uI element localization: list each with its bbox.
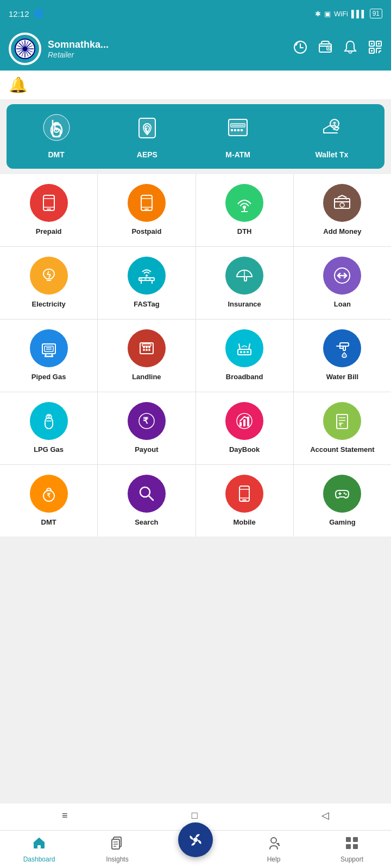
fastag-item[interactable]: FASTag [98, 247, 195, 319]
svg-rect-35 [241, 129, 243, 131]
piped-gas-label: Piped Gas [31, 373, 66, 382]
postpaid-label: Postpaid [131, 227, 161, 237]
nav-support[interactable]: Support [313, 836, 391, 863]
bluetooth-icon: ✱ [315, 10, 321, 18]
signal-icon: ▌▌▌ [351, 10, 367, 18]
water-bill-item[interactable]: Water Bill [294, 320, 391, 392]
account-statement-item[interactable]: ₹ Account Statement [294, 392, 391, 464]
dmt-icon: ₹ [43, 114, 70, 146]
help-label: Help [267, 856, 281, 863]
wallet-tx-label: Wallet Tx [315, 150, 348, 159]
svg-rect-62 [149, 278, 151, 280]
water-bill-icon [323, 329, 361, 367]
svg-rect-34 [237, 129, 239, 131]
nav-insights[interactable]: Insights [78, 836, 156, 863]
lpg-gas-item[interactable]: LPG Gas [0, 392, 97, 464]
svg-rect-69 [45, 346, 53, 352]
svg-point-81 [148, 349, 150, 351]
time: 12:12 [9, 9, 29, 18]
support-icon [345, 836, 359, 853]
system-home-icon[interactable]: □ [192, 810, 198, 821]
svg-line-110 [149, 496, 153, 500]
dmt-icon2: ₹ [30, 475, 68, 513]
svg-rect-40 [43, 195, 54, 210]
notification-bell-icon[interactable] [343, 40, 357, 58]
banner-matm[interactable]: M-ATM [224, 114, 251, 159]
dmt-label2: DMT [41, 518, 56, 527]
svg-rect-60 [140, 278, 142, 280]
broadband-icon [225, 329, 263, 367]
payout-label: Payout [135, 445, 158, 455]
svg-rect-18 [371, 43, 373, 44]
svg-point-65 [146, 275, 148, 277]
loan-item[interactable]: Loan [294, 247, 391, 319]
history-icon[interactable] [293, 40, 307, 58]
gaming-icon [323, 475, 361, 513]
system-menu-icon[interactable]: ≡ [62, 810, 68, 821]
payout-item[interactable]: ₹ Payout [98, 392, 195, 464]
svg-line-87 [239, 344, 240, 349]
aeps-label: AEPS [137, 150, 157, 159]
nav-help[interactable]: Help [235, 836, 313, 863]
postpaid-item[interactable]: Postpaid [98, 174, 195, 246]
svg-point-14 [328, 47, 330, 49]
landline-item[interactable]: Landline [98, 320, 195, 392]
user-role: Retailer [48, 50, 287, 59]
mobile-icon [225, 475, 263, 513]
svg-rect-20 [371, 50, 373, 52]
avatar [9, 33, 41, 65]
svg-point-86 [247, 351, 249, 353]
search-item[interactable]: Search [98, 465, 195, 537]
piped-gas-item[interactable]: Piped Gas [0, 320, 97, 392]
svg-rect-44 [141, 195, 152, 210]
mobile-item[interactable]: Mobile [196, 465, 293, 537]
svg-point-84 [240, 351, 242, 353]
banner-aeps[interactable]: AEPS [134, 114, 161, 159]
svg-point-48 [243, 206, 246, 209]
dth-item[interactable]: DTH [196, 174, 293, 246]
status-icons: ✱ ▣ WiFi ▌▌▌ 91 [315, 9, 382, 18]
svg-point-117 [344, 492, 345, 494]
svg-rect-19 [378, 43, 380, 44]
postpaid-icon [128, 184, 166, 222]
prepaid-item[interactable]: Prepaid [0, 174, 97, 246]
svg-rect-121 [37, 845, 41, 848]
wallet-icon[interactable] [318, 40, 332, 58]
insurance-item[interactable]: Insurance [196, 247, 293, 319]
svg-rect-30 [229, 119, 247, 136]
insurance-icon [225, 257, 263, 295]
lpg-gas-label: LPG Gas [34, 445, 64, 455]
svg-rect-61 [144, 278, 147, 280]
dmt-item2[interactable]: ₹ DMT [0, 465, 97, 537]
svg-rect-102 [337, 414, 348, 429]
banner-wallet[interactable]: ₹ Wallet Tx [315, 114, 348, 159]
services-grid: Prepaid Postpaid DTH [0, 174, 391, 537]
svg-rect-46 [144, 209, 149, 210]
svg-point-127 [193, 838, 198, 842]
payout-icon: ₹ [128, 402, 166, 440]
electricity-item[interactable]: Electricity [0, 247, 97, 319]
broadband-item[interactable]: Broadband [196, 320, 293, 392]
svg-rect-33 [234, 129, 236, 131]
loan-icon [323, 257, 361, 295]
fab-button[interactable] [178, 822, 213, 857]
bottom-nav: Dashboard Insights [0, 830, 391, 868]
electricity-icon [30, 257, 68, 295]
system-back-icon[interactable]: ◁ [321, 809, 329, 821]
svg-line-88 [249, 344, 250, 349]
nav-fab[interactable] [156, 832, 235, 867]
svg-rect-113 [242, 499, 247, 500]
insights-icon [110, 836, 124, 853]
banner-dmt[interactable]: ₹ DMT [43, 114, 70, 159]
svg-text:₹: ₹ [143, 416, 149, 425]
sim-icon: 🌀 [34, 9, 44, 18]
daybook-item[interactable]: DayBook [196, 392, 293, 464]
svg-rect-82 [142, 344, 151, 346]
broadband-label: Broadband [226, 373, 263, 382]
qr-icon[interactable] [368, 40, 382, 58]
add-money-icon [323, 184, 361, 222]
add-money-item[interactable]: Add Money [294, 174, 391, 246]
nav-dashboard[interactable]: Dashboard [0, 836, 78, 863]
account-statement-icon: ₹ [323, 402, 361, 440]
gaming-item[interactable]: Gaming [294, 465, 391, 537]
